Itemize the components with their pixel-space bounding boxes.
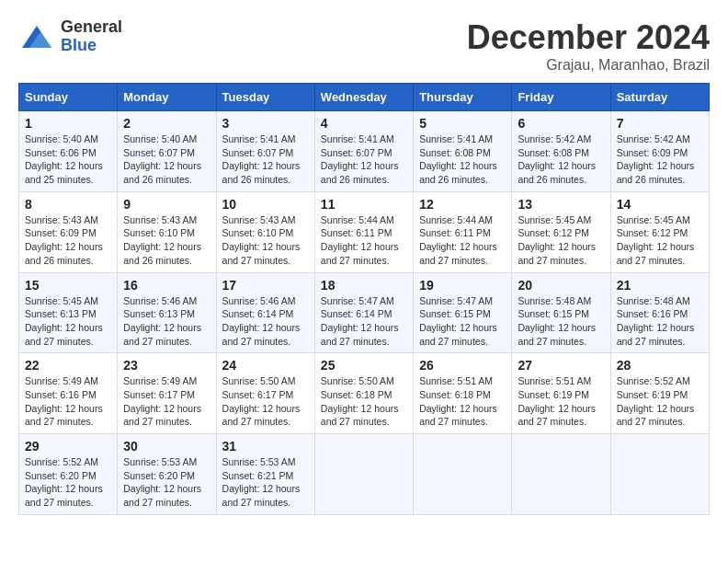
logo-line2: Blue xyxy=(61,37,122,55)
day-cell-31: 31 Sunrise: 5:53 AMSunset: 6:21 PMDaylig… xyxy=(216,434,314,515)
calendar-subtitle: Grajau, Maranhao, Brazil xyxy=(467,57,710,74)
day-cell-5: 5 Sunrise: 5:41 AMSunset: 6:08 PMDayligh… xyxy=(414,111,512,192)
empty-cell-4 xyxy=(610,434,709,515)
empty-cell-1 xyxy=(314,434,413,515)
week-row-3: 15 Sunrise: 5:45 AMSunset: 6:13 PMDaylig… xyxy=(19,272,710,353)
day-cell-19: 19 Sunrise: 5:47 AMSunset: 6:15 PMDaylig… xyxy=(414,272,512,353)
day-cell-16: 16 Sunrise: 5:46 AMSunset: 6:13 PMDaylig… xyxy=(118,272,216,353)
day-cell-12: 12 Sunrise: 5:44 AMSunset: 6:11 PMDaylig… xyxy=(414,191,512,272)
title-section: December 2024 Grajau, Maranhao, Brazil xyxy=(467,18,710,74)
col-tuesday: Tuesday xyxy=(216,84,314,111)
day-cell-3: 3 Sunrise: 5:41 AMSunset: 6:07 PMDayligh… xyxy=(216,111,314,192)
day-cell-4: 4 Sunrise: 5:41 AMSunset: 6:07 PMDayligh… xyxy=(314,111,413,192)
day-cell-20: 20 Sunrise: 5:48 AMSunset: 6:15 PMDaylig… xyxy=(512,272,610,353)
logo: General Blue xyxy=(18,18,122,55)
day-cell-21: 21 Sunrise: 5:48 AMSunset: 6:16 PMDaylig… xyxy=(610,272,709,353)
day-cell-22: 22 Sunrise: 5:49 AMSunset: 6:16 PMDaylig… xyxy=(19,353,118,434)
col-thursday: Thursday xyxy=(414,84,512,111)
calendar-table: Sunday Monday Tuesday Wednesday Thursday… xyxy=(18,83,710,515)
day-cell-1: 1 Sunrise: 5:40 AMSunset: 6:06 PMDayligh… xyxy=(19,111,118,192)
day-cell-13: 13 Sunrise: 5:45 AMSunset: 6:12 PMDaylig… xyxy=(512,191,610,272)
col-saturday: Saturday xyxy=(610,84,709,111)
day-cell-2: 2 Sunrise: 5:40 AMSunset: 6:07 PMDayligh… xyxy=(118,111,216,192)
week-row-1: 1 Sunrise: 5:40 AMSunset: 6:06 PMDayligh… xyxy=(19,111,710,192)
day-cell-6: 6 Sunrise: 5:42 AMSunset: 6:08 PMDayligh… xyxy=(512,111,610,192)
col-wednesday: Wednesday xyxy=(314,84,413,111)
day-cell-7: 7 Sunrise: 5:42 AMSunset: 6:09 PMDayligh… xyxy=(610,111,709,192)
day-cell-15: 15 Sunrise: 5:45 AMSunset: 6:13 PMDaylig… xyxy=(19,272,118,353)
col-monday: Monday xyxy=(118,84,216,111)
day-cell-28: 28 Sunrise: 5:52 AMSunset: 6:19 PMDaylig… xyxy=(610,353,709,434)
day-cell-18: 18 Sunrise: 5:47 AMSunset: 6:14 PMDaylig… xyxy=(314,272,413,353)
day-cell-10: 10 Sunrise: 5:43 AMSunset: 6:10 PMDaylig… xyxy=(216,191,314,272)
day-cell-23: 23 Sunrise: 5:49 AMSunset: 6:17 PMDaylig… xyxy=(118,353,216,434)
day-cell-25: 25 Sunrise: 5:50 AMSunset: 6:18 PMDaylig… xyxy=(314,353,413,434)
day-cell-30: 30 Sunrise: 5:53 AMSunset: 6:20 PMDaylig… xyxy=(118,434,216,515)
day-cell-11: 11 Sunrise: 5:44 AMSunset: 6:11 PMDaylig… xyxy=(314,191,413,272)
week-row-5: 29 Sunrise: 5:52 AMSunset: 6:20 PMDaylig… xyxy=(19,434,710,515)
day-cell-8: 8 Sunrise: 5:43 AMSunset: 6:09 PMDayligh… xyxy=(19,191,118,272)
calendar-title: December 2024 xyxy=(467,18,710,57)
empty-cell-3 xyxy=(512,434,610,515)
empty-cell-2 xyxy=(414,434,512,515)
day-cell-27: 27 Sunrise: 5:51 AMSunset: 6:19 PMDaylig… xyxy=(512,353,610,434)
logo-icon xyxy=(18,18,55,55)
day-cell-14: 14 Sunrise: 5:45 AMSunset: 6:12 PMDaylig… xyxy=(610,191,709,272)
week-row-2: 8 Sunrise: 5:43 AMSunset: 6:09 PMDayligh… xyxy=(19,191,710,272)
calendar-header-row: Sunday Monday Tuesday Wednesday Thursday… xyxy=(19,84,710,111)
day-cell-24: 24 Sunrise: 5:50 AMSunset: 6:17 PMDaylig… xyxy=(216,353,314,434)
col-sunday: Sunday xyxy=(19,84,118,111)
day-cell-29: 29 Sunrise: 5:52 AMSunset: 6:20 PMDaylig… xyxy=(19,434,118,515)
day-cell-26: 26 Sunrise: 5:51 AMSunset: 6:18 PMDaylig… xyxy=(414,353,512,434)
col-friday: Friday xyxy=(512,84,610,111)
logo-line1: General xyxy=(61,18,122,37)
day-cell-9: 9 Sunrise: 5:43 AMSunset: 6:10 PMDayligh… xyxy=(118,191,216,272)
week-row-4: 22 Sunrise: 5:49 AMSunset: 6:16 PMDaylig… xyxy=(19,353,710,434)
page-header: General Blue December 2024 Grajau, Maran… xyxy=(18,18,710,74)
day-cell-17: 17 Sunrise: 5:46 AMSunset: 6:14 PMDaylig… xyxy=(216,272,314,353)
